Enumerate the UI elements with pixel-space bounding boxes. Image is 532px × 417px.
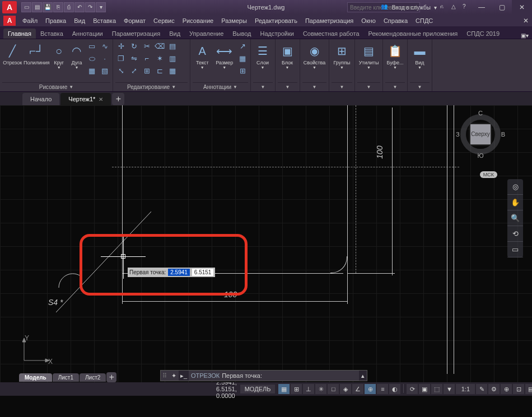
utilities-button[interactable]: ▤Утилиты▼ — [357, 41, 380, 74]
ribbon-tab-view[interactable]: Вид — [165, 29, 185, 39]
dyninput-toggle[interactable]: ⊕ — [365, 384, 376, 394]
arc-button[interactable]: ◠ Дуга ▼ — [69, 41, 85, 74]
menu-draw[interactable]: Рисование — [179, 16, 217, 25]
status-mode[interactable]: МОДЕЛЬ — [240, 385, 276, 393]
maximize-button[interactable]: ▢ — [492, 0, 512, 15]
explode-button[interactable]: ✶ — [154, 53, 165, 64]
otrack-toggle[interactable]: ∠ — [352, 384, 363, 394]
minimize-button[interactable]: — — [472, 0, 492, 15]
menu-spds[interactable]: СПДС — [412, 16, 436, 25]
dynamic-ucs-toggle[interactable]: ⬚ — [431, 384, 442, 394]
doc-tab-close-icon[interactable]: ✕ — [99, 96, 103, 102]
ucs-badge[interactable]: МСК — [480, 171, 497, 178]
qat-saveas-icon[interactable]: ⎘ — [53, 2, 63, 12]
modify-1-button[interactable]: ▤ — [167, 41, 178, 52]
mirror-button[interactable]: ⇋ — [128, 53, 139, 64]
ribbon-tab-insert[interactable]: Вставка — [36, 29, 68, 39]
signin-dropdown-icon[interactable]: ▾ — [434, 4, 437, 11]
rect-button[interactable]: ▭ — [86, 41, 97, 52]
quickprops-toggle[interactable]: ▤ — [525, 384, 532, 394]
qat-open-icon[interactable]: ▤ — [32, 2, 42, 12]
compass-w[interactable]: З — [456, 131, 460, 138]
properties-button[interactable]: ◉Свойства▼ — [302, 41, 326, 74]
hatch-button[interactable]: ▦ — [86, 65, 97, 77]
fillet-button[interactable]: ⌐ — [141, 53, 152, 64]
menu-tools[interactable]: Сервис — [150, 16, 178, 25]
compass-s[interactable]: Ю — [477, 152, 483, 159]
selcycle-toggle[interactable]: ⟳ — [407, 384, 418, 394]
3dosnap-toggle[interactable]: ▣ — [419, 384, 430, 394]
region-button[interactable]: ▧ — [99, 65, 110, 77]
help-icon[interactable]: ? — [463, 3, 470, 11]
nav-wheel-button[interactable]: ◎ — [507, 179, 523, 195]
selection-filter-toggle[interactable]: ▼ — [444, 384, 455, 394]
layout-tab-model[interactable]: Модель — [19, 373, 52, 382]
compass-e[interactable]: В — [501, 131, 505, 138]
close-button[interactable]: ✕ — [512, 0, 532, 15]
ribbon-collapse-button[interactable]: ▣▾ — [521, 32, 529, 39]
layers-button[interactable]: ☰Слои▼ — [253, 41, 272, 74]
menu-file[interactable]: Файл — [19, 16, 41, 25]
trim-button[interactable]: ✂ — [141, 41, 152, 52]
menu-dimension[interactable]: Размеры — [218, 16, 250, 25]
qat-redo-icon[interactable]: ↷ — [85, 2, 95, 12]
point-button[interactable]: · — [99, 53, 110, 64]
spline-button[interactable]: ∿ — [99, 41, 110, 52]
ribbon-tab-output[interactable]: Вывод — [228, 29, 255, 39]
app-logo-icon[interactable]: A — [2, 1, 17, 13]
annotation-scale-toggle[interactable]: ✎ — [476, 384, 487, 394]
cmd-settings-icon[interactable]: ✦ — [169, 372, 179, 379]
rotate-button[interactable]: ↻ — [128, 41, 139, 52]
doc-tab-start[interactable]: Начало — [22, 93, 59, 105]
block-button[interactable]: ▣Блок▼ — [278, 41, 297, 74]
menu-window[interactable]: Окно — [358, 16, 379, 25]
panel-draw-label[interactable]: Рисование▼ — [2, 82, 110, 91]
ribbon-tab-home[interactable]: Главная — [3, 29, 36, 39]
layout-tab-1[interactable]: Лист1 — [53, 373, 79, 382]
modify-3-button[interactable]: ▦ — [167, 65, 178, 77]
leader-button[interactable]: ↗ — [237, 41, 248, 52]
modify-2-button[interactable]: ▥ — [167, 53, 178, 64]
qat-new-icon[interactable]: ▭ — [21, 2, 31, 12]
exchange-icon[interactable]: ⎌ — [440, 3, 448, 11]
copy-button[interactable]: ❐ — [115, 53, 127, 64]
command-line[interactable]: ⠿ ✦ ▸_ ОТРЕЗОК Первая точка: ▴ — [160, 370, 367, 381]
ribbon-tab-featured[interactable]: Рекомендованные приложения — [364, 29, 463, 39]
signin-link[interactable]: Вход в службы — [392, 4, 431, 11]
annomonitor-toggle[interactable]: ⊕ — [501, 384, 512, 394]
text-button[interactable]: A Текст ▼ — [193, 41, 212, 74]
menu-format[interactable]: Формат — [120, 16, 149, 25]
osnap-toggle[interactable]: □ — [328, 384, 339, 394]
menu-help[interactable]: Справка — [380, 16, 411, 25]
doc-tab-active[interactable]: Чертеж1*✕ — [60, 93, 111, 105]
qat-more-icon[interactable]: ▾ — [96, 2, 106, 12]
ribbon-tab-manage[interactable]: Управление — [185, 29, 228, 39]
clipboard-button[interactable]: 📋Буфе...▼ — [385, 41, 405, 74]
lineweight-toggle[interactable]: ≡ — [377, 384, 388, 394]
signin-icon[interactable]: 👥 — [381, 3, 389, 11]
menu-edit[interactable]: Правка — [42, 16, 69, 25]
qat-undo-icon[interactable]: ↶ — [74, 2, 85, 12]
workspace-switch[interactable]: ⚙ — [488, 384, 500, 394]
array-button[interactable]: ⊞ — [141, 65, 152, 77]
annot-3-button[interactable]: ⊞ — [237, 65, 248, 77]
snap-toggle[interactable]: ⊞ — [291, 384, 302, 394]
cmd-grip-icon[interactable]: ⠿ — [161, 372, 169, 379]
scale-ratio[interactable]: 1:1 — [456, 384, 475, 394]
table-button[interactable]: ▦ — [237, 53, 248, 64]
menu-view[interactable]: Вид — [71, 16, 88, 25]
nav-pan-button[interactable]: ✋ — [507, 195, 523, 210]
ribbon-tab-annotate[interactable]: Аннотации — [68, 29, 108, 39]
nav-orbit-button[interactable]: ⟲ — [507, 226, 523, 242]
cmd-history-dropdown[interactable]: ▴ — [359, 371, 367, 381]
grid-toggle[interactable]: ▦ — [278, 384, 290, 394]
panel-annotation-label[interactable]: Аннотации▼ — [193, 82, 248, 91]
offset-button[interactable]: ⊏ — [154, 65, 165, 77]
ribbon-tab-parametric[interactable]: Параметризация — [108, 29, 165, 39]
panel-modify-label[interactable]: Редактирование▼ — [115, 82, 188, 91]
doc-close-button[interactable]: ✕ — [523, 17, 529, 25]
nav-showmotion-button[interactable]: ▭ — [507, 242, 523, 257]
menu-modify[interactable]: Редактировать — [251, 16, 301, 25]
doc-tab-add-button[interactable]: + — [112, 93, 124, 105]
app-menu-button[interactable]: A — [3, 16, 16, 26]
